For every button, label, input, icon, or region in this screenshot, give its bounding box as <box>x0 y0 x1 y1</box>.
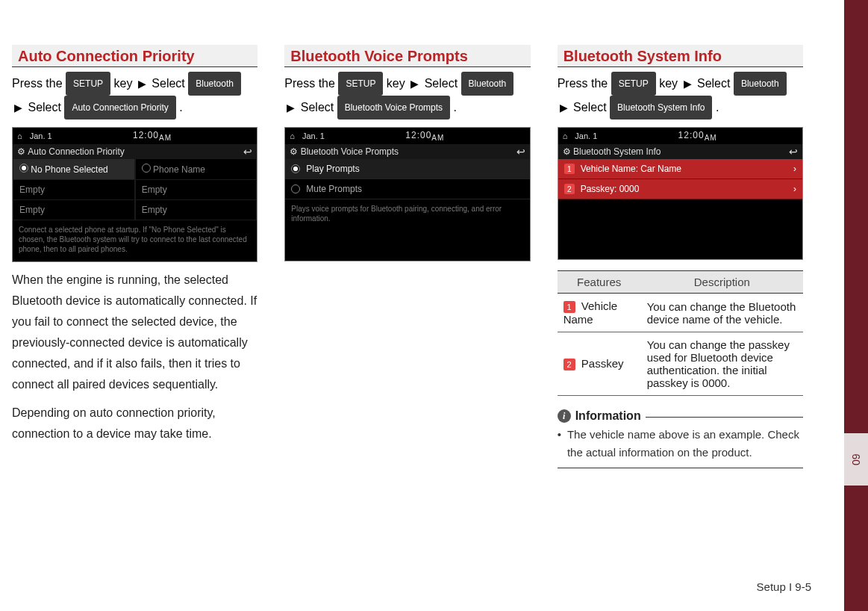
shot-option-no-phone: No Phone Selected <box>13 159 135 180</box>
instruction-system-info: Press the SETUP key ▶ Select Bluetooth ▶… <box>558 72 803 120</box>
shot-row-passkey: 2Passkey: 0000› <box>558 179 802 199</box>
table-row: 1 Vehicle Name You can change the Blueto… <box>558 294 803 332</box>
chevron-right-icon: › <box>793 164 796 174</box>
td-feature-passkey: 2 Passkey <box>558 332 641 396</box>
text-press-the: Press the <box>284 77 335 90</box>
setup-key: SETUP <box>611 72 656 96</box>
section-title-voice-prompts: Bluetooth Voice Prompts <box>284 45 530 67</box>
information-heading: i Information <box>558 409 803 423</box>
arrow-icon: ▶ <box>408 73 421 94</box>
text-select: Select <box>28 101 60 114</box>
table-header-row: Features Description <box>558 271 803 294</box>
shot-option-play-prompts: Play Prompts <box>285 159 529 179</box>
shot-hint-text: Connect a selected phone at startup. If … <box>13 220 257 261</box>
column-auto-connection: Auto Connection Priority Press the SETUP… <box>12 45 257 468</box>
arrow-icon: ▶ <box>558 97 570 118</box>
td-feature-vehicle-name: 1 Vehicle Name <box>558 294 641 332</box>
section-title-system-info: Bluetooth System Info <box>558 45 803 67</box>
screenshot-statusbar: ⌂ Jan. 1 12:00AM <box>285 128 529 144</box>
td-desc-passkey: You can change the passkey used for Blue… <box>641 332 803 396</box>
chevron-right-icon: › <box>793 184 796 194</box>
screenshot-titlebar: ⚙ Bluetooth Voice Prompts ↩ <box>285 144 529 159</box>
shot-time: 12:00AM <box>133 130 172 142</box>
information-label: Information <box>575 409 641 423</box>
th-features: Features <box>558 271 641 294</box>
information-text: The vehicle name above is an example. Ch… <box>567 426 803 462</box>
gear-icon: ⚙ <box>563 146 571 157</box>
info-icon: i <box>558 409 571 423</box>
arrow-icon: ▶ <box>284 97 297 118</box>
home-icon: ⌂ <box>563 131 568 140</box>
screenshot-titlebar: ⚙ Bluetooth System Info ↩ <box>558 144 802 159</box>
text-select: Select <box>573 101 606 114</box>
text-press-the: Press the <box>12 77 63 90</box>
shot-title-text: Bluetooth Voice Prompts <box>301 146 399 157</box>
section-title-auto-connection: Auto Connection Priority <box>12 45 257 67</box>
back-icon: ↩ <box>789 146 798 158</box>
table-row: 2 Passkey You can change the passkey use… <box>558 332 803 396</box>
shot-title-text: Bluetooth System Info <box>573 146 661 157</box>
shot-date: Jan. 1 <box>30 131 52 140</box>
divider-line <box>646 417 803 418</box>
shot-date: Jan. 1 <box>302 131 325 140</box>
bullet-dot: • <box>558 426 561 462</box>
screenshot-titlebar: ⚙ Auto Connection Priority ↩ <box>13 144 257 159</box>
text-select: Select <box>301 101 334 114</box>
text-key: key <box>659 77 678 90</box>
instruction-voice-prompts: Press the SETUP key ▶ Select Bluetooth ▶… <box>284 72 530 120</box>
bluetooth-key: Bluetooth <box>461 72 514 96</box>
back-icon: ↩ <box>243 146 252 158</box>
td-desc-vehicle-name: You can change the Bluetooth device name… <box>641 294 803 332</box>
text-press-the: Press the <box>558 77 608 90</box>
body-paragraph-2: Depending on auto connection priority, c… <box>12 403 257 444</box>
information-bullet: • The vehicle name above is an example. … <box>558 423 803 468</box>
shot-time: 12:00AM <box>405 130 444 142</box>
page-footer: Setup I 9-5 <box>757 580 811 593</box>
text-key: key <box>114 77 133 90</box>
back-icon: ↩ <box>516 146 525 158</box>
shot-empty-cell: Empty <box>13 200 135 220</box>
page-content: Auto Connection Priority Press the SETUP… <box>0 0 836 468</box>
screenshot-statusbar: ⌂ Jan. 1 12:00AM <box>558 128 802 144</box>
shot-empty-cell: Empty <box>135 180 257 200</box>
th-description: Description <box>641 271 803 294</box>
shot-row-vehicle-name: 1Vehicle Name: Car Name› <box>558 159 802 179</box>
column-voice-prompts: Bluetooth Voice Prompts Press the SETUP … <box>284 45 530 468</box>
shot-empty-cell: Empty <box>13 180 135 200</box>
shot-empty-cell: Empty <box>135 200 257 220</box>
menu-key-auto-connection: Auto Connection Priority <box>64 96 175 120</box>
chapter-tab: 09 <box>844 433 868 486</box>
screenshot-auto-connection: ⌂ Jan. 1 12:00AM ⚙ Auto Connection Prior… <box>12 127 257 262</box>
menu-key-system-info: Bluetooth System Info <box>610 96 712 120</box>
screenshot-system-info: ⌂ Jan. 1 12:00AM ⚙ Bluetooth System Info… <box>558 127 803 260</box>
body-paragraph-1: When the engine is running, the selected… <box>12 270 257 395</box>
gear-icon: ⚙ <box>17 146 25 157</box>
screenshot-voice-prompts: ⌂ Jan. 1 12:00AM ⚙ Bluetooth Voice Promp… <box>284 127 530 261</box>
shot-hint-text: Plays voice prompts for Bluetooth pairin… <box>285 199 529 231</box>
setup-key: SETUP <box>338 72 383 96</box>
home-icon: ⌂ <box>290 131 295 140</box>
features-table: Features Description 1 Vehicle Name You … <box>558 270 803 396</box>
text-select: Select <box>697 77 730 90</box>
column-system-info: Bluetooth System Info Press the SETUP ke… <box>558 45 803 468</box>
screenshot-statusbar: ⌂ Jan. 1 12:00AM <box>13 128 257 144</box>
bluetooth-key: Bluetooth <box>188 72 241 96</box>
shot-option-phone-name: Phone Name <box>135 159 257 180</box>
setup-key: SETUP <box>66 72 110 96</box>
arrow-icon: ▶ <box>12 97 25 118</box>
shot-option-mute-prompts: Mute Prompts <box>285 179 529 199</box>
gear-icon: ⚙ <box>290 146 298 157</box>
bluetooth-key: Bluetooth <box>734 72 787 96</box>
arrow-icon: ▶ <box>681 73 694 94</box>
shot-time: 12:00AM <box>678 130 717 142</box>
text-key: key <box>387 77 405 90</box>
home-icon: ⌂ <box>17 131 22 140</box>
arrow-icon: ▶ <box>136 73 149 94</box>
sidebar-strip <box>844 0 868 611</box>
shot-title-text: Auto Connection Priority <box>28 146 124 157</box>
menu-key-voice-prompts: Bluetooth Voice Prompts <box>337 96 450 120</box>
text-select: Select <box>152 77 184 90</box>
shot-date: Jan. 1 <box>575 131 597 140</box>
text-select: Select <box>425 77 458 90</box>
instruction-auto-connection: Press the SETUP key ▶ Select Bluetooth ▶… <box>12 72 257 120</box>
